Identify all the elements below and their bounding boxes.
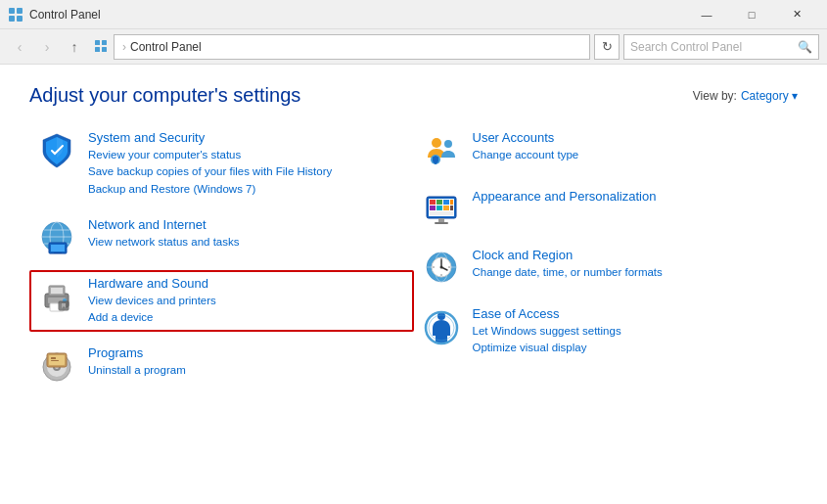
search-placeholder: Search Control Panel <box>630 40 794 54</box>
hardware-link1[interactable]: View devices and printers <box>88 293 216 309</box>
category-system-security: System and Security Review your computer… <box>29 124 414 204</box>
address-icon <box>94 39 110 55</box>
svg-rect-30 <box>51 360 59 361</box>
minimize-button[interactable]: — <box>684 0 729 29</box>
user-accounts-title[interactable]: User Accounts <box>473 130 579 145</box>
appearance-icon <box>422 189 461 228</box>
ease-access-link2[interactable]: Optimize visual display <box>473 340 621 356</box>
category-hardware: Hardware and Sound View devices and prin… <box>29 270 414 333</box>
category-user-accounts: User Accounts Change account type <box>414 124 799 175</box>
svg-rect-41 <box>436 206 442 210</box>
ease-access-link1[interactable]: Let Windows suggest settings <box>473 323 621 340</box>
svg-rect-45 <box>438 218 444 222</box>
svg-rect-14 <box>51 245 65 252</box>
address-field[interactable]: › Control Panel <box>114 34 590 60</box>
view-by-dropdown[interactable]: Category ▾ <box>741 89 798 103</box>
title-bar: Control Panel — □ ✕ <box>0 0 827 29</box>
title-bar-left: Control Panel <box>8 7 101 23</box>
system-security-link3[interactable]: Backup and Restore (Windows 7) <box>88 181 332 198</box>
programs-text: Programs Uninstall a program <box>88 345 186 379</box>
category-network: Network and Internet View network status… <box>29 211 414 262</box>
hardware-text: Hardware and Sound View devices and prin… <box>88 276 216 327</box>
page-title: Adjust your computer's settings <box>29 84 300 107</box>
category-ease-access: Ease of Access Let Windows suggest setti… <box>414 300 799 363</box>
svg-point-32 <box>444 140 452 148</box>
svg-rect-42 <box>443 206 449 210</box>
view-by-label: View by: <box>693 89 737 103</box>
main-window: Adjust your computer's settings View by:… <box>0 65 827 504</box>
hardware-icon <box>37 276 76 315</box>
close-button[interactable]: ✕ <box>774 0 819 29</box>
svg-rect-43 <box>450 206 453 210</box>
address-text: Control Panel <box>130 40 202 54</box>
svg-rect-15 <box>54 252 62 253</box>
svg-rect-3 <box>17 16 23 22</box>
system-security-link1[interactable]: Review your computer's status <box>88 147 332 163</box>
svg-rect-38 <box>443 200 449 205</box>
svg-rect-1 <box>17 8 23 14</box>
category-programs: Programs Uninstall a program <box>29 340 414 390</box>
user-accounts-link1[interactable]: Change account type <box>473 147 579 163</box>
ease-access-icon <box>422 306 461 345</box>
forward-button[interactable]: › <box>35 35 59 59</box>
search-icon: 🔍 <box>798 40 812 54</box>
hardware-title[interactable]: Hardware and Sound <box>88 276 216 291</box>
refresh-button[interactable]: ↻ <box>594 34 620 60</box>
control-panel-icon <box>8 7 23 23</box>
user-accounts-icon <box>422 130 461 169</box>
categories-grid: System and Security Review your computer… <box>29 124 798 398</box>
clock-title[interactable]: Clock and Region <box>473 248 663 262</box>
address-bar: ‹ › ↑ › Control Panel ↻ Search Control P… <box>0 29 827 65</box>
network-text: Network and Internet View network status… <box>88 217 239 251</box>
svg-rect-6 <box>95 47 100 52</box>
appearance-title[interactable]: Appearance and Personalization <box>473 189 657 204</box>
system-security-text: System and Security Review your computer… <box>88 130 332 198</box>
system-security-title[interactable]: System and Security <box>88 130 332 145</box>
search-field[interactable]: Search Control Panel 🔍 <box>623 34 819 60</box>
svg-rect-4 <box>95 40 100 45</box>
left-column: System and Security Review your computer… <box>29 124 414 398</box>
ease-access-title[interactable]: Ease of Access <box>473 306 621 321</box>
system-security-link2[interactable]: Save backup copies of your files with Fi… <box>88 163 332 180</box>
programs-icon <box>37 345 76 385</box>
svg-rect-36 <box>430 200 436 205</box>
content-area: Adjust your computer's settings View by:… <box>0 65 827 504</box>
svg-rect-40 <box>430 206 436 210</box>
ease-access-text: Ease of Access Let Windows suggest setti… <box>473 306 621 357</box>
clock-text: Clock and Region Change date, time, or n… <box>473 248 663 281</box>
svg-rect-46 <box>435 222 448 224</box>
svg-rect-7 <box>102 47 107 52</box>
svg-rect-39 <box>450 200 453 205</box>
title-bar-controls: — □ ✕ <box>684 0 819 29</box>
maximize-button[interactable]: □ <box>729 0 774 29</box>
up-button[interactable]: ↑ <box>63 35 86 59</box>
svg-rect-0 <box>9 8 15 14</box>
hardware-link2[interactable]: Add a device <box>88 309 216 326</box>
appearance-text: Appearance and Personalization <box>473 189 657 206</box>
window-title: Control Panel <box>29 8 101 22</box>
category-appearance: Appearance and Personalization <box>414 183 799 234</box>
system-security-icon <box>37 130 76 169</box>
programs-title[interactable]: Programs <box>88 345 186 360</box>
svg-rect-44 <box>430 211 453 215</box>
page-header: Adjust your computer's settings View by:… <box>29 84 798 107</box>
programs-link1[interactable]: Uninstall a program <box>88 362 186 379</box>
svg-rect-20 <box>51 288 63 294</box>
view-by: View by: Category ▾ <box>693 89 798 103</box>
svg-rect-2 <box>9 16 15 22</box>
network-title[interactable]: Network and Internet <box>88 217 239 232</box>
svg-point-31 <box>432 138 441 148</box>
user-accounts-text: User Accounts Change account type <box>473 130 579 163</box>
back-button[interactable]: ‹ <box>8 35 31 59</box>
clock-icon <box>422 248 461 287</box>
svg-rect-5 <box>102 40 107 45</box>
svg-rect-29 <box>51 357 56 359</box>
chevron-down-icon: ▾ <box>792 89 798 103</box>
right-column: User Accounts Change account type <box>414 124 799 398</box>
svg-rect-37 <box>436 200 442 205</box>
refresh-icon: ↻ <box>602 39 613 54</box>
category-clock: Clock and Region Change date, time, or n… <box>414 242 799 293</box>
clock-link1[interactable]: Change date, time, or number formats <box>473 264 663 281</box>
network-link1[interactable]: View network status and tasks <box>88 234 239 251</box>
network-icon <box>37 217 76 256</box>
